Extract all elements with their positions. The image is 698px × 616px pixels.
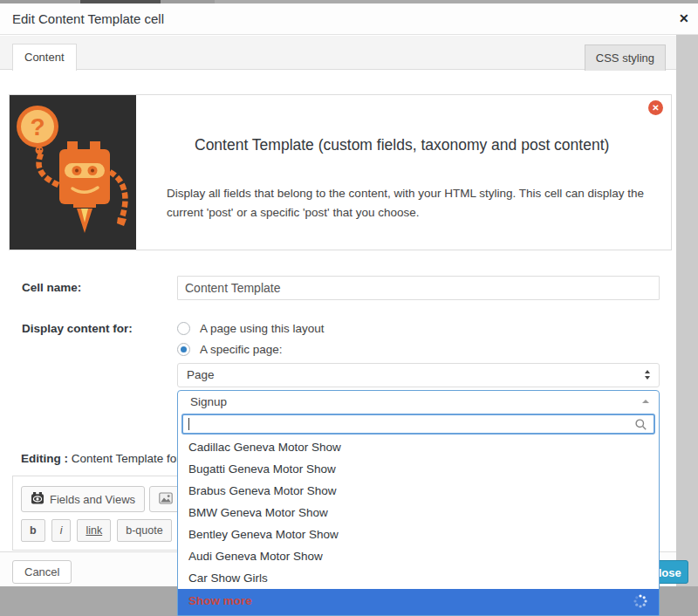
cell-type-title: Content Template (custom fields, taxonom… bbox=[195, 135, 631, 155]
radio-page-using-layout-label[interactable]: A page using this layout bbox=[200, 322, 325, 335]
fields-and-views-label: Fields and Views bbox=[50, 493, 135, 506]
robot-mascot-icon: ? bbox=[10, 95, 136, 250]
radio-page-using-layout[interactable] bbox=[177, 322, 190, 335]
list-item[interactable]: Cadillac Geneva Motor Show bbox=[178, 436, 659, 458]
page-search-input[interactable] bbox=[181, 414, 655, 435]
post-type-select[interactable]: Page bbox=[177, 363, 660, 387]
cell-name-input[interactable] bbox=[177, 276, 660, 300]
editing-status-rest: Content Template for bbox=[68, 452, 181, 465]
cell-info-box: ? Content Template (cu bbox=[9, 94, 672, 250]
list-item[interactable]: Bentley Geneva Motor Show bbox=[178, 524, 659, 545]
dialog-title: Edit Content Template cell bbox=[12, 3, 164, 35]
show-more-item[interactable]: Show more bbox=[178, 589, 659, 616]
post-type-select-value: Page bbox=[187, 368, 215, 381]
cancel-button[interactable]: Cancel bbox=[12, 560, 72, 584]
radio-specific-page-label[interactable]: A specific page: bbox=[200, 343, 283, 356]
cell-type-description: Display all fields that belong to the co… bbox=[167, 184, 660, 222]
tab-css-styling[interactable]: CSS styling bbox=[585, 44, 666, 71]
editing-status-prefix: Editing : bbox=[21, 452, 68, 465]
page-results-list: Cadillac Geneva Motor Show Bugatti Genev… bbox=[178, 436, 659, 616]
quicktag-link-button[interactable]: link bbox=[77, 519, 111, 542]
loading-spinner-icon bbox=[633, 593, 648, 616]
show-more-label: Show more bbox=[188, 594, 252, 607]
tab-content[interactable]: Content bbox=[12, 44, 77, 71]
toolset-eye-icon bbox=[31, 491, 44, 508]
fields-and-views-button[interactable]: Fields and Views bbox=[21, 486, 145, 512]
select-arrows-icon bbox=[645, 370, 650, 380]
cell-name-label: Cell name: bbox=[22, 281, 81, 294]
list-item[interactable]: Car Show Girls bbox=[178, 567, 659, 589]
selected-page-option[interactable]: Signup bbox=[178, 392, 659, 413]
page-background-right bbox=[676, 35, 698, 586]
quicktag-italic-button[interactable]: i bbox=[51, 519, 72, 542]
modal-dialog: Edit Content Template cell ✕ Content CSS… bbox=[0, 0, 698, 616]
quicktag-bold-button[interactable]: b bbox=[21, 519, 45, 542]
radio-specific-page[interactable] bbox=[177, 343, 190, 356]
close-icon[interactable]: ✕ bbox=[679, 11, 689, 25]
search-icon bbox=[634, 418, 647, 435]
dismiss-info-icon[interactable]: ✕ bbox=[648, 100, 663, 115]
tab-bar: Content CSS styling bbox=[0, 36, 676, 70]
svg-text:?: ? bbox=[30, 113, 44, 140]
list-item[interactable]: Audi Geneva Motor Show bbox=[178, 545, 659, 567]
display-content-for-label: Display content for: bbox=[22, 322, 133, 335]
quicktag-blockquote-button[interactable]: b-quote bbox=[117, 519, 171, 542]
image-icon bbox=[159, 491, 173, 508]
text-caret bbox=[188, 418, 189, 430]
dialog-header: Edit Content Template cell ✕ bbox=[0, 3, 698, 35]
editing-status-text: Editing : Content Template for bbox=[21, 452, 181, 465]
list-item[interactable]: Brabus Geneva Motor Show bbox=[178, 480, 659, 502]
list-item[interactable]: BMW Geneva Motor Show bbox=[178, 502, 659, 524]
list-item[interactable]: Bugatti Geneva Motor Show bbox=[178, 458, 659, 480]
page-combobox-dropdown: Signup Cadillac Geneva Motor Show Bugatt… bbox=[177, 390, 660, 616]
chevron-up-icon[interactable] bbox=[642, 400, 649, 403]
